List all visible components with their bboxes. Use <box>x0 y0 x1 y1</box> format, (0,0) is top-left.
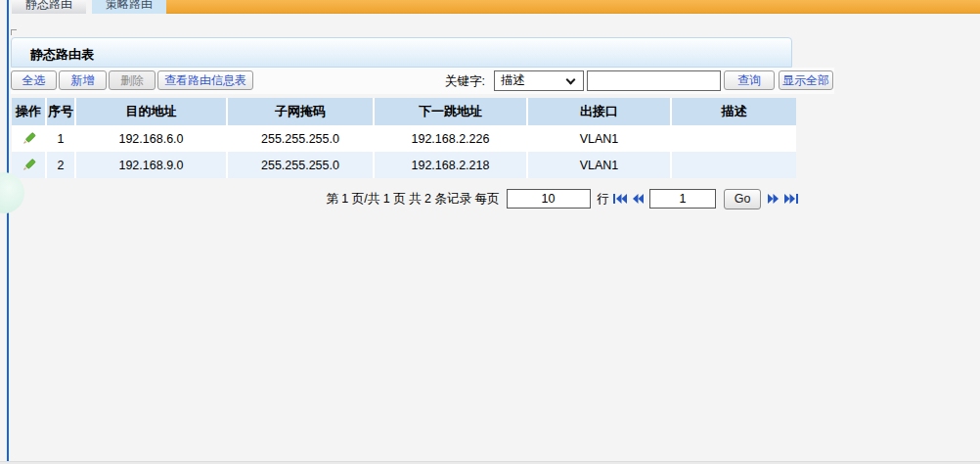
edit-pencil-icon[interactable] <box>12 152 47 178</box>
header-out-interface: 出接口 <box>528 98 672 125</box>
table-cell: 255.255.255.0 <box>228 152 375 178</box>
pagination-summary: 第 1 页/共 1 页 共 2 条记录 每页 <box>326 191 499 208</box>
table-cell: 192.168.2.226 <box>375 125 528 152</box>
toolbar: 全选 新增 删除 查看路由信息表 关键字: 描述 查询 显示全部 <box>11 68 834 94</box>
tab-policy-route[interactable]: 策略路由 <box>92 0 166 14</box>
header-subnet-mask: 子网掩码 <box>228 98 375 125</box>
next-page-icon[interactable] <box>768 194 780 204</box>
table-row: 2192.168.9.0255.255.255.0192.168.2.218VL… <box>12 152 796 178</box>
page-number-input[interactable] <box>649 189 716 209</box>
first-page-icon[interactable] <box>613 194 627 204</box>
view-route-table-button[interactable]: 查看路由信息表 <box>157 70 253 90</box>
table-cell: 192.168.6.0 <box>76 125 228 152</box>
table-header-row: 操作 序号 目的地址 子网掩码 下一跳地址 出接口 描述 <box>12 98 796 125</box>
keyword-field-selected-value: 描述 <box>501 73 525 87</box>
panel-title-bar: 静态路由表 <box>11 37 792 68</box>
last-page-icon[interactable] <box>784 194 798 204</box>
pagination-bar: 第 1 页/共 1 页 共 2 条记录 每页 行 Go <box>326 188 799 209</box>
page-title: 静态路由表 <box>30 46 791 64</box>
chevron-down-icon <box>566 75 576 85</box>
search-input[interactable] <box>587 70 721 91</box>
delete-button: 删除 <box>109 70 156 90</box>
table-cell: VLAN1 <box>528 152 672 178</box>
select-all-button[interactable]: 全选 <box>11 70 57 90</box>
table-row: 1192.168.6.0255.255.255.0192.168.2.226VL… <box>12 125 796 152</box>
tab-static-route-label: 静态路由 <box>12 0 86 14</box>
edit-pencil-icon[interactable] <box>12 125 47 152</box>
tab-policy-route-label: 策略路由 <box>92 0 166 14</box>
table-cell: 192.168.2.218 <box>375 152 528 178</box>
table-cell: 192.168.9.0 <box>76 152 228 178</box>
rows-per-page-input[interactable] <box>507 189 591 209</box>
router-admin-page: 静态路由 策略路由 静态路由表 全选 新增 删除 查看路由信息表 关键字: 描述… <box>0 0 980 464</box>
table-cell: 2 <box>47 152 76 178</box>
go-button[interactable]: Go <box>724 189 761 209</box>
tab-static-route[interactable]: 静态路由 <box>12 0 86 14</box>
table-cell <box>672 125 796 152</box>
table-cell <box>672 152 796 178</box>
table-cell: 1 <box>47 125 76 152</box>
header-operation: 操作 <box>12 98 47 125</box>
search-button[interactable]: 查询 <box>724 70 775 90</box>
table-body: 1192.168.6.0255.255.255.0192.168.2.226VL… <box>12 125 796 178</box>
add-button[interactable]: 新增 <box>59 70 107 90</box>
table-cell: 255.255.255.0 <box>228 125 375 152</box>
keyword-field-select[interactable]: 描述 <box>494 70 584 91</box>
keyword-label: 关键字: <box>445 73 485 90</box>
panel-corner-mark <box>11 29 17 35</box>
table-cell: VLAN1 <box>528 125 672 152</box>
tabbar-filler-bar <box>166 0 980 14</box>
static-route-table: 操作 序号 目的地址 子网掩码 下一跳地址 出接口 描述 1192.168.6.… <box>12 98 796 178</box>
left-rule <box>7 0 9 464</box>
toolbar-button-group: 全选 新增 删除 查看路由信息表 <box>11 70 253 90</box>
previous-page-icon[interactable] <box>632 194 644 204</box>
show-all-button[interactable]: 显示全部 <box>779 70 833 90</box>
header-destination: 目的地址 <box>76 98 228 125</box>
rows-unit-label: 行 <box>598 191 610 208</box>
header-index: 序号 <box>47 98 76 125</box>
header-next-hop: 下一跳地址 <box>375 98 528 125</box>
header-description: 描述 <box>672 98 796 125</box>
decorative-bubble <box>0 172 24 213</box>
